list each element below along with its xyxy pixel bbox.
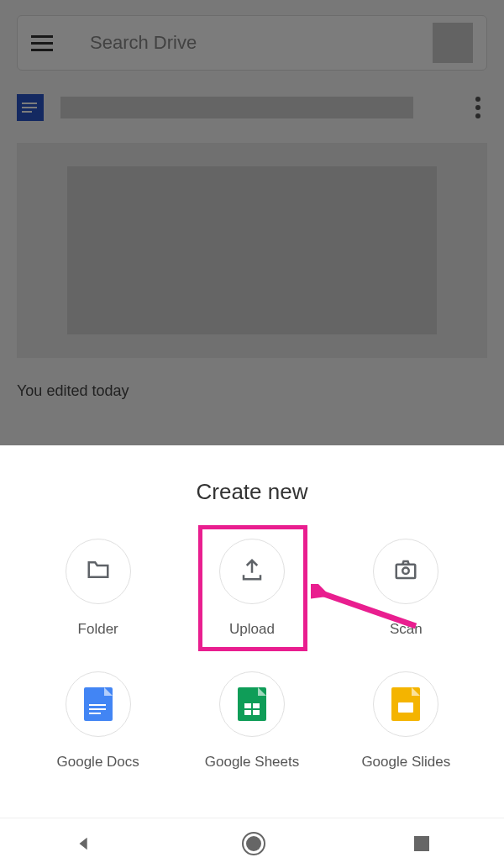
system-nav-bar (0, 818, 504, 868)
create-docs-label: Google Docs (57, 754, 139, 771)
docs-file-icon (17, 94, 44, 121)
file-header (17, 91, 487, 124)
sheet-title: Create new (25, 479, 479, 505)
search-placeholder: Search Drive (90, 32, 197, 54)
create-scan-label: Scan (390, 621, 423, 638)
slides-app-icon (391, 687, 420, 721)
svg-point-1 (403, 568, 410, 575)
nav-recent-button[interactable] (414, 836, 429, 851)
create-docs-button[interactable]: Google Docs (25, 671, 171, 771)
file-status: You edited today (17, 382, 129, 400)
create-folder-label: Folder (78, 621, 118, 638)
nav-home-button[interactable] (242, 832, 265, 855)
search-bar[interactable]: Search Drive (17, 15, 487, 71)
camera-icon (393, 557, 418, 586)
hamburger-menu-icon[interactable] (31, 35, 56, 51)
create-sheets-button[interactable]: Google Sheets (179, 671, 324, 771)
svg-rect-0 (396, 565, 416, 578)
folder-icon (86, 557, 111, 586)
create-sheets-label: Google Sheets (205, 754, 299, 771)
create-upload-button[interactable]: Upload (179, 539, 324, 638)
create-options-grid: Folder Upload Scan (25, 539, 479, 771)
more-options-icon[interactable] (475, 97, 487, 118)
create-slides-button[interactable]: Google Slides (333, 671, 479, 771)
create-new-sheet: Create new Folder Upload (0, 445, 504, 818)
sheets-app-icon (238, 687, 266, 721)
upload-icon (239, 557, 265, 586)
file-thumbnail[interactable] (17, 143, 487, 358)
create-upload-label: Upload (229, 621, 275, 638)
create-slides-label: Google Slides (361, 754, 450, 771)
account-avatar[interactable] (433, 23, 473, 63)
create-scan-button[interactable]: Scan (333, 539, 479, 638)
drive-background: Search Drive You edited today (0, 0, 504, 445)
thumbnail-content (67, 166, 437, 334)
create-folder-button[interactable]: Folder (25, 539, 171, 638)
nav-back-button[interactable] (75, 834, 93, 853)
docs-app-icon (84, 687, 113, 721)
file-title-placeholder (60, 97, 413, 118)
